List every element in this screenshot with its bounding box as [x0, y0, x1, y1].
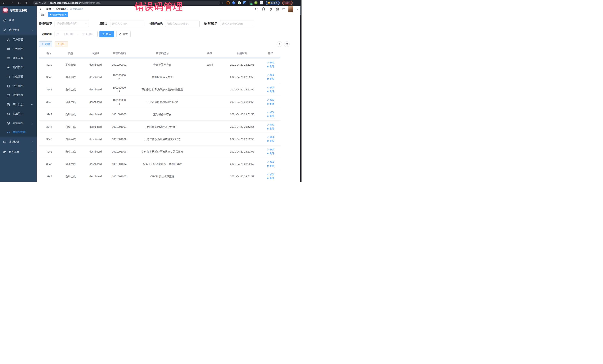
sidebar-item-label: 部门管理 [13, 66, 23, 69]
user-avatar[interactable] [288, 6, 293, 12]
cell-created: 2021-04-20 23:52:56 [224, 98, 261, 106]
browser-menu-icon[interactable] [290, 2, 290, 4]
sidebar-item-menu-management[interactable]: 菜单管理 [0, 54, 37, 63]
extension-puzzle-icon[interactable] [260, 1, 263, 4]
sidebar-item-notice-announcement[interactable]: 通知公告 [0, 91, 37, 100]
edit-link[interactable]: 修改 [267, 173, 274, 176]
delete-link[interactable]: 删除 [267, 139, 274, 143]
sidebar-item-user-management[interactable]: 用户管理 [0, 35, 37, 44]
fullscreen-icon[interactable] [276, 7, 279, 11]
tab-home[interactable]: 首页 [39, 12, 47, 17]
breadcrumb-system[interactable]: 系统管理 [55, 7, 66, 11]
user-menu-caret-icon[interactable] [297, 8, 299, 10]
edit-link[interactable]: 修改 [267, 86, 274, 89]
date-range-picker[interactable]: 开始日期 - 结束日期 [55, 31, 98, 37]
cell-remark [196, 124, 224, 129]
app-name-input[interactable] [112, 22, 142, 25]
cell-created: 2021-04-20 23:52:56 [224, 123, 261, 131]
search-button[interactable]: 搜索 [99, 31, 114, 37]
edit-link[interactable]: 修改 [267, 98, 274, 102]
sidebar-logo-bar[interactable]: 芋道管理系统 [0, 6, 37, 15]
export-button[interactable]: 导出 [55, 41, 68, 47]
error-msg-input[interactable] [222, 22, 252, 25]
chevron-down-icon [31, 141, 33, 143]
home-icon[interactable] [25, 1, 29, 5]
sidebar-menu: 首页系统管理用户管理角色管理菜单管理部门管理岗位管理字典管理通知公告审计日志在线… [0, 15, 37, 157]
cell-code: 1001000002 [109, 71, 129, 83]
error-code-input[interactable] [167, 22, 197, 25]
extension-key-icon[interactable] [254, 1, 257, 4]
sidebar-item-sms-management[interactable]: 短信管理 [0, 118, 37, 128]
sidebar-item-infrastructure[interactable]: 基础设施 [0, 137, 37, 147]
url-bar[interactable]: 不安全 dashboard.yudao.iocoder.cn/system/er… [33, 1, 220, 5]
tab-error-code[interactable]: 错误码管理 × [48, 12, 68, 17]
extension-grid-icon[interactable] [243, 1, 246, 4]
refresh-icon [286, 43, 288, 45]
delete-link[interactable]: 删除 [267, 127, 274, 131]
close-tab-icon[interactable]: × [65, 13, 66, 16]
sidebar-collapse-icon[interactable] [39, 7, 43, 11]
breadcrumb-home[interactable]: 首页 [46, 7, 51, 11]
cell-created: 2021-04-20 23:52:56 [224, 110, 261, 118]
help-icon[interactable] [269, 7, 272, 11]
tags-view: 首页 错误码管理 × [37, 12, 302, 17]
extension-target-icon[interactable] [227, 1, 230, 4]
sidebar-item-dict-management[interactable]: 字典管理 [0, 81, 37, 91]
cell-id: 3944 [39, 123, 59, 131]
forward-icon[interactable] [10, 1, 13, 5]
edit-link[interactable]: 修改 [267, 123, 274, 127]
sidebar-item-home[interactable]: 首页 [0, 15, 37, 25]
reset-button[interactable]: 重置 [116, 31, 131, 37]
extension-vue-icon[interactable] [238, 1, 241, 4]
browser-update-button[interactable]: 更新 [282, 1, 293, 5]
add-button[interactable]: 新增 [39, 41, 52, 47]
briefcase-icon [7, 75, 10, 78]
hide-search-button[interactable] [277, 41, 282, 47]
edit-link[interactable]: 修改 [267, 61, 274, 65]
bookmark-star-icon[interactable]: ☆ [221, 1, 224, 4]
table-row: 3944自动生成dashboard1001001001定时任务的处理器已经存在2… [39, 121, 280, 133]
github-icon[interactable] [262, 7, 265, 11]
delete-link[interactable]: 删除 [267, 65, 274, 68]
extension-switch-icon[interactable] [249, 1, 252, 4]
edit-link[interactable]: 修改 [267, 160, 274, 164]
delete-link[interactable]: 删除 [267, 102, 274, 106]
extension-gem-icon[interactable] [232, 1, 235, 5]
cell-code: 1001001000 [109, 110, 129, 118]
sidebar-item-audit-log[interactable]: 审计日志 [0, 100, 37, 109]
edit-link[interactable]: 修改 [267, 110, 274, 114]
trash-icon [267, 78, 269, 80]
delete-link[interactable]: 删除 [267, 152, 274, 155]
search-icon[interactable] [255, 7, 258, 11]
edit-link[interactable]: 修改 [267, 148, 274, 151]
sidebar-item-system-management[interactable]: 系统管理 [0, 25, 37, 35]
page-scrollbar[interactable] [300, 6, 302, 182]
cell-message: 定时任务不存在 [129, 110, 196, 118]
edit-link[interactable]: 修改 [267, 73, 274, 77]
delete-link[interactable]: 删除 [267, 77, 274, 81]
back-icon[interactable] [2, 1, 6, 5]
sidebar-item-role-management[interactable]: 角色管理 [0, 44, 37, 54]
sidebar-item-dept-management[interactable]: 部门管理 [0, 63, 37, 72]
error-type-select[interactable]: 请选择错误码类型 [55, 21, 89, 27]
chevron-down-icon [31, 122, 33, 124]
sidebar-item-online-users[interactable]: 在线用户 [0, 109, 37, 118]
sidebar-item-dev-tools[interactable]: 研发工具 [0, 147, 37, 157]
delete-link[interactable]: 删除 [267, 89, 274, 93]
reload-icon[interactable] [17, 1, 21, 5]
cell-created: 2021-04-20 23:52:57 [224, 160, 261, 168]
delete-link[interactable]: 删除 [267, 176, 274, 180]
sidebar-item-post-management[interactable]: 岗位管理 [0, 72, 37, 81]
online-user-icon [7, 112, 10, 115]
breadcrumb-separator: / [53, 8, 54, 11]
font-size-icon[interactable]: tT [282, 7, 285, 11]
refresh-table-button[interactable] [284, 41, 290, 47]
scrollbar-thumb[interactable] [300, 6, 301, 15]
edit-link[interactable]: 修改 [267, 135, 274, 139]
cell-id: 3939 [39, 61, 59, 69]
delete-link[interactable]: 删除 [267, 114, 274, 118]
cell-id: 3941 [39, 86, 59, 94]
delete-link[interactable]: 删除 [267, 164, 274, 168]
sidebar-item-error-code-management[interactable]: 错误码管理 [0, 128, 37, 137]
browser-profile-chip[interactable]: 已暂停 [266, 1, 280, 5]
